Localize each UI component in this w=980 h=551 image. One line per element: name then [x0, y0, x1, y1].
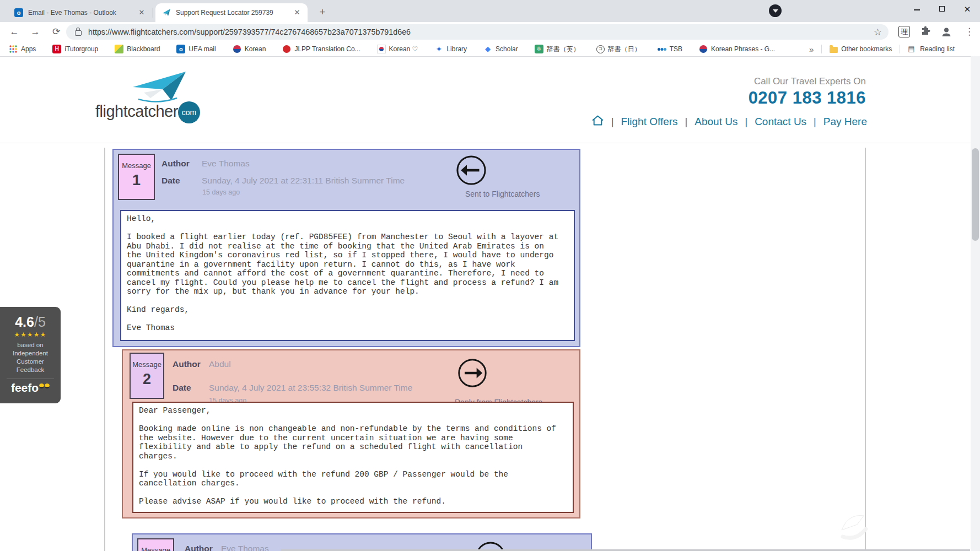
page-content: flightcatchers com Call Our Travel Exper…	[0, 57, 980, 551]
bookmark-jlpp[interactable]: JLPP Translation Co...	[282, 45, 360, 53]
tab-support-request[interactable]: Support Request Locator 259739 ✕	[155, 3, 308, 22]
circle-j-icon	[596, 45, 605, 53]
taegeuk-icon	[699, 45, 707, 53]
sparkle-icon	[434, 45, 443, 53]
reading-list-icon	[908, 45, 917, 53]
lock-icon[interactable]	[75, 30, 82, 36]
date-value: Sunday, 4 July 2021 at 22:31:11 British …	[202, 176, 405, 186]
window-close-button[interactable]: ✕	[955, 0, 980, 19]
maximize-button[interactable]	[929, 0, 955, 19]
nav-flight-offers[interactable]: Flight Offers	[621, 116, 677, 128]
bookmarks-bar: Apps iTutorgroup Blackboard UEA mail Kor…	[0, 42, 980, 57]
content-border-right	[865, 148, 866, 551]
refresh-button[interactable]: ⟳	[49, 24, 64, 40]
scrollbar-thumb[interactable]	[972, 148, 979, 241]
feefo-logo: feefo	[11, 381, 50, 395]
diamond-icon	[483, 45, 492, 53]
date-label: Date	[173, 383, 191, 393]
new-tab-button[interactable]: +	[315, 6, 330, 20]
logo-text: flightcatchers	[95, 102, 186, 121]
tab-outlook[interactable]: Email - Eve Thomas - Outlook ✕	[8, 3, 152, 22]
address-bar[interactable]: https://www.flightcatchers.com/support/2…	[66, 24, 889, 40]
other-bookmarks-button[interactable]: Other bookmarks	[830, 45, 892, 53]
date-value: Sunday, 4 July 2021 at 23:55:32 British …	[209, 383, 412, 393]
bookmark-itutorgroup[interactable]: iTutorgroup	[52, 45, 98, 53]
nav-separator: |	[685, 116, 688, 128]
bookmark-tsb[interactable]: TSB	[658, 45, 682, 53]
nav-contact-us[interactable]: Contact Us	[755, 116, 806, 128]
content-border-left	[104, 148, 105, 551]
vertical-scrollbar[interactable]	[971, 56, 980, 551]
message-1: Message 1 Author Eve Thomas Date Sunday,…	[112, 149, 580, 347]
red-circle-icon	[283, 45, 290, 53]
feefo-caption: based on	[0, 341, 61, 349]
author-value: Abdul	[209, 359, 231, 369]
bookmark-blackboard[interactable]: Blackboard	[115, 45, 160, 53]
bookmark-korean-heart[interactable]: Korean ♡	[377, 45, 418, 53]
phone-number: 0207 183 1816	[749, 88, 866, 108]
green-dictionary-icon	[535, 45, 543, 53]
message-body: Dear Passenger, Booking made online is n…	[132, 402, 574, 513]
nav-pay-here[interactable]: Pay Here	[823, 116, 867, 128]
kanji-extension-icon[interactable]	[898, 26, 910, 37]
feefo-rating-badge[interactable]: 4.6/5 ★★★★★ based on Independent Custome…	[0, 307, 61, 403]
bookmark-dictionary-jp[interactable]: 辞書（日）	[596, 45, 641, 54]
close-icon[interactable]: ✕	[292, 8, 302, 18]
message-body: Hello, I booked a flight earlier today (…	[120, 210, 575, 341]
itutorgroup-icon	[52, 45, 61, 53]
message-3: Message Author Eve Thomas	[132, 533, 592, 551]
outlook-icon	[14, 8, 23, 17]
message-2: Message 2 Author Abdul Date Sunday, 4 Ju…	[122, 349, 580, 518]
paper-plane-icon	[162, 8, 171, 17]
bookmark-korean-phrases[interactable]: Korean Phrases - G...	[699, 45, 775, 53]
author-label: Author	[173, 359, 201, 369]
url-text[interactable]: https://www.flightcatchers.com/support/2…	[88, 28, 868, 36]
date-label: Date	[161, 176, 180, 186]
close-icon[interactable]: ✕	[137, 8, 147, 18]
arrow-right-icon	[457, 358, 488, 391]
watermark-overlay	[837, 508, 870, 544]
flightcatchers-logo[interactable]: flightcatchers com	[91, 71, 223, 131]
direction-label: Sent to Flightcatchers	[465, 190, 540, 198]
extensions-puzzle-icon[interactable]	[920, 26, 931, 39]
bookmark-dictionary-en[interactable]: 辞書（英）	[535, 45, 580, 54]
profile-avatar-icon[interactable]	[940, 26, 952, 40]
nav-about-us[interactable]: About Us	[694, 116, 737, 128]
bookmark-scholar[interactable]: Scholar	[483, 45, 518, 53]
bookmark-library[interactable]: Library	[434, 45, 467, 53]
rating-score: 4.6/5	[0, 314, 61, 330]
taegeuk-icon	[233, 45, 241, 53]
reading-list-button[interactable]: Reading list	[908, 45, 955, 53]
bookmark-uea-mail[interactable]: UEA mail	[176, 45, 216, 53]
author-label: Author	[185, 544, 213, 551]
divider	[821, 45, 822, 53]
message-number-badge: Message 1	[118, 154, 155, 200]
home-icon[interactable]	[591, 115, 604, 129]
back-button[interactable]: ←	[7, 24, 22, 40]
relative-time: 15 days ago	[202, 188, 240, 196]
browser-menu-icon[interactable]	[965, 26, 974, 38]
author-value: Eve Thomas	[202, 159, 250, 169]
bookmark-apps[interactable]: Apps	[9, 45, 36, 53]
bookmarks-overflow-chevron[interactable]: »	[809, 45, 814, 54]
minimize-button[interactable]	[904, 0, 929, 19]
tab-title: Email - Eve Thomas - Outlook	[28, 9, 132, 17]
bookmark-korean[interactable]: Korean	[233, 45, 266, 53]
browser-toolbar: ← → ⟳ https://www.flightcatchers.com/sup…	[0, 22, 980, 42]
divider	[7, 379, 54, 379]
bookmark-star-icon[interactable]: ☆	[874, 26, 882, 38]
call-experts-text: Call Our Travel Experts On	[754, 76, 866, 87]
forward-button[interactable]: →	[28, 24, 43, 40]
pencil-icon	[115, 45, 123, 53]
nav-separator: |	[814, 116, 816, 128]
feefo-caption: Customer	[0, 358, 61, 366]
apps-grid-icon	[9, 45, 18, 53]
star-rating-icon: ★★★★★	[0, 331, 61, 338]
media-control-icon[interactable]	[769, 4, 782, 17]
site-nav: | Flight Offers | About Us | Contact Us …	[591, 115, 867, 129]
tab-strip: Email - Eve Thomas - Outlook ✕ Support R…	[0, 0, 980, 22]
three-dots-icon	[658, 45, 666, 53]
message-number-badge: Message	[137, 538, 174, 551]
nav-separator: |	[611, 116, 614, 128]
feefo-eye-icon	[39, 383, 44, 388]
